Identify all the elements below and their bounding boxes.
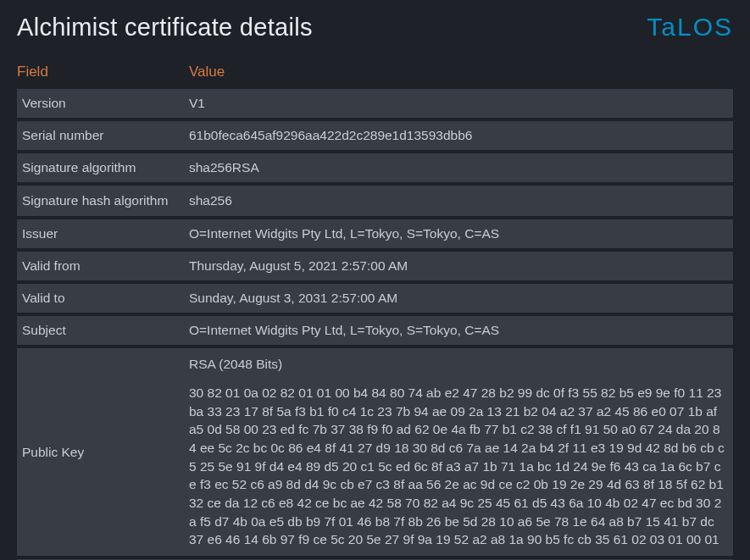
field-label: Signature hash algorithm [17, 184, 182, 218]
table-row: Version V1 [17, 89, 733, 119]
field-value: O=Internet Widgits Pty Ltd, L=Tokyo, S=T… [182, 314, 733, 347]
field-label: Serial number [17, 119, 182, 152]
table-row: Subject O=Internet Widgits Pty Ltd, L=To… [17, 314, 733, 347]
field-label: Issuer [17, 218, 182, 250]
field-label: Version [17, 89, 182, 119]
field-value: RSA (2048 Bits) 30 82 01 0a 02 82 01 01 … [182, 347, 733, 557]
table-row: Signature algorithm sha256RSA [17, 152, 733, 184]
field-label: Valid to [17, 282, 182, 314]
pubkey-hex: 30 82 01 0a 02 82 01 01 00 b4 84 80 74 a… [189, 384, 725, 549]
table-row: Signature hash algorithm sha256 [17, 184, 733, 218]
field-label: Valid from [17, 250, 182, 282]
page-title: Alchimist certificate details [17, 14, 313, 42]
field-label: Signature algorithm [17, 152, 182, 184]
field-value: V1 [182, 89, 733, 119]
field-label: Public Key [17, 347, 182, 557]
field-value: sha256 [182, 184, 733, 218]
field-value: Sunday, August 3, 2031 2:57:00 AM [182, 282, 733, 314]
certificate-details-table: Field Value Version V1 Serial number 61b… [17, 57, 733, 560]
field-value: Thursday, August 5, 2021 2:57:00 AM [182, 250, 733, 282]
field-label: Subject [17, 314, 182, 347]
table-row: Serial number 61b0feca645af9296aa422d2c2… [17, 119, 733, 152]
column-header-value: Value [182, 57, 733, 89]
field-value: O=Internet Widgits Pty Ltd, L=Tokyo, S=T… [182, 218, 733, 250]
table-row: Valid to Sunday, August 3, 2031 2:57:00 … [17, 282, 733, 314]
column-header-field: Field [17, 57, 182, 89]
table-row: Valid from Thursday, August 5, 2021 2:57… [17, 250, 733, 282]
talos-logo: TaLOS [647, 13, 733, 42]
table-row: Issuer O=Internet Widgits Pty Ltd, L=Tok… [17, 218, 733, 250]
field-value: sha256RSA [182, 152, 733, 184]
field-value: 61b0feca645af9296aa422d2c289e1d13593dbb6 [182, 119, 733, 152]
pubkey-type: RSA (2048 Bits) [189, 355, 725, 374]
table-row: Public Key RSA (2048 Bits) 30 82 01 0a 0… [17, 347, 733, 557]
